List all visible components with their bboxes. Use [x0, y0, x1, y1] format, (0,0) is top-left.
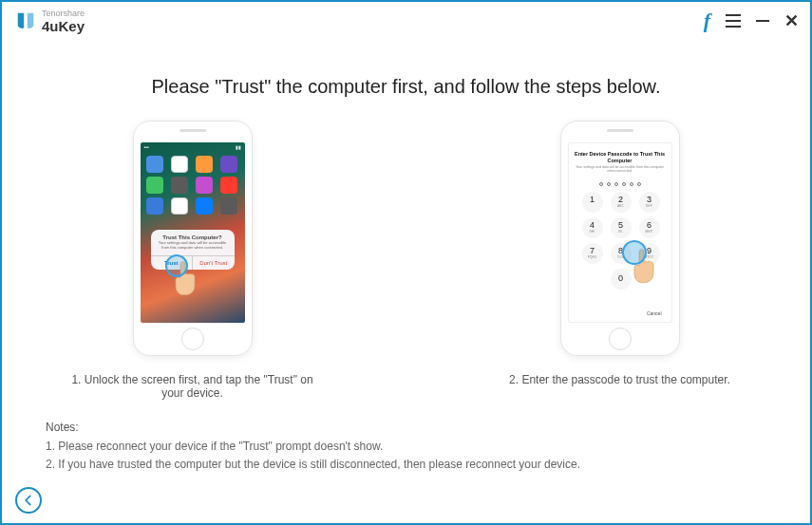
facebook-icon[interactable]: f [704, 10, 710, 31]
minimize-icon[interactable] [756, 20, 769, 22]
close-icon[interactable]: ✕ [784, 12, 799, 29]
hand-pointer-icon [169, 260, 201, 298]
phone-illustrations: •••▮▮ Trust This Computer? Your settings… [40, 121, 772, 400]
notes-line-1: 1. Please reconnect your device if the "… [46, 438, 580, 456]
notes-line-2: 2. If you have trusted the computer but … [46, 456, 580, 474]
trust-dialog-message: Your settings and data will be accessibl… [151, 241, 235, 255]
menu-icon[interactable] [726, 14, 741, 28]
app-icon [196, 177, 213, 194]
step-2: Enter Device Passcode to Trust This Comp… [487, 121, 753, 400]
titlebar: Tenorshare 4uKey f ✕ [2, 2, 810, 38]
main-content: Please "Trust" the computer first, and f… [2, 38, 810, 400]
passcode-cancel: Cancel [647, 310, 662, 316]
keypad-key: 5JKL [611, 217, 632, 238]
passcode-title: Enter Device Passcode to Trust This Comp… [575, 151, 666, 163]
passcode-subtitle: Your settings and data will be accessibl… [575, 165, 666, 173]
chevron-left-icon [22, 494, 35, 507]
page-heading: Please "Trust" the computer first, and f… [40, 76, 772, 98]
phone-screen-passcode: Enter Device Passcode to Trust This Comp… [568, 142, 672, 323]
hand-pointer-icon [628, 248, 660, 286]
keypad-key: 7PQRS [582, 243, 603, 264]
app-icon [220, 197, 237, 215]
phone-screen-home: •••▮▮ Trust This Computer? Your settings… [141, 142, 245, 323]
keypad-key: 2ABC [611, 192, 632, 213]
phone-mockup-trust: •••▮▮ Trust This Computer? Your settings… [133, 121, 253, 356]
window-controls: f ✕ [704, 10, 799, 31]
back-button[interactable] [15, 487, 42, 514]
app-icon [196, 156, 213, 173]
notes-title: Notes: [46, 419, 580, 437]
company-name: Tenorshare [42, 9, 85, 18]
app-icon [220, 156, 237, 173]
app-icon [196, 197, 213, 215]
app-icon [146, 177, 163, 194]
app-icon [171, 156, 188, 173]
keypad-key: 6MNO [639, 217, 660, 238]
phone-mockup-passcode: Enter Device Passcode to Trust This Comp… [560, 121, 680, 356]
app-icon [146, 197, 163, 215]
step-1: •••▮▮ Trust This Computer? Your settings… [60, 121, 326, 400]
step-2-caption: 2. Enter the passcode to trust the compu… [509, 373, 730, 386]
product-name: 4uKey [42, 19, 85, 33]
app-logo-icon [15, 10, 36, 31]
app-icon [171, 197, 188, 215]
passcode-dots [569, 182, 671, 186]
app-icon-grid [141, 152, 245, 218]
notes-section: Notes: 1. Please reconnect your device i… [46, 419, 580, 474]
app-icon [220, 177, 237, 194]
app-icon [146, 156, 163, 173]
keypad-key: 1 [582, 192, 603, 213]
keypad-key: 3DEF [639, 192, 660, 213]
step-1-caption: 1. Unlock the screen first, and tap the … [60, 373, 326, 400]
keypad-key: 4GHI [582, 217, 603, 238]
status-bar: •••▮▮ [141, 142, 245, 152]
brand: Tenorshare 4uKey [15, 9, 85, 33]
app-icon [171, 177, 188, 194]
